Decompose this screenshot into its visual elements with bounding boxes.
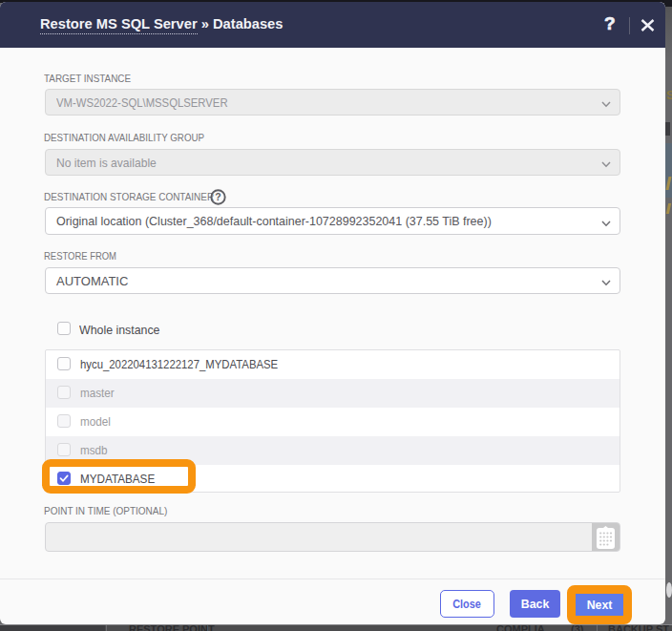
svg-text:?: ?	[215, 191, 220, 202]
